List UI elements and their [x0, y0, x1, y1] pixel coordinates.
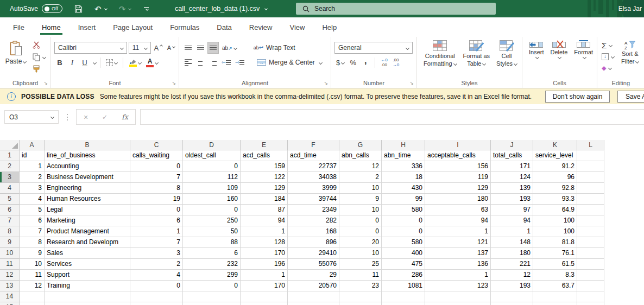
- autosave-control[interactable]: AutoSave Off: [10, 4, 62, 13]
- cell-J15[interactable]: [491, 302, 533, 305]
- borders-button[interactable]: [104, 56, 119, 68]
- cell-E13[interactable]: 170: [241, 281, 288, 291]
- increase-decimal-button[interactable]: ←0.00: [379, 58, 389, 67]
- currency-button[interactable]: $: [334, 56, 346, 68]
- cell-E4[interactable]: 129: [241, 183, 288, 194]
- cell-G4[interactable]: 10: [339, 183, 382, 194]
- cell-A9[interactable]: 8: [20, 237, 45, 248]
- row-header-3[interactable]: 3: [0, 172, 20, 183]
- cell-J11[interactable]: 221: [491, 259, 533, 270]
- cell-F3[interactable]: 34038: [288, 172, 339, 183]
- redo-button[interactable]: ↷: [119, 5, 131, 13]
- cell-styles-button[interactable]: Cell Styles: [493, 40, 520, 78]
- insert-function-button[interactable]: fx: [122, 113, 128, 121]
- cell-F15[interactable]: [288, 302, 339, 305]
- font-size-select[interactable]: 11: [129, 42, 151, 54]
- row-header-14[interactable]: 14: [0, 291, 20, 302]
- cell-D4[interactable]: 109: [183, 183, 241, 194]
- cell-B9[interactable]: Research and Developm: [45, 237, 130, 248]
- cell-J10[interactable]: 180: [491, 248, 533, 259]
- cell-D7[interactable]: 250: [183, 215, 241, 226]
- cell-F4[interactable]: 3999: [288, 183, 339, 194]
- cell-H14[interactable]: [382, 291, 425, 302]
- row-header-6[interactable]: 6: [0, 205, 20, 215]
- cell-A3[interactable]: 2: [20, 172, 45, 183]
- column-header-E[interactable]: E: [241, 140, 288, 150]
- cell-J14[interactable]: [491, 291, 533, 302]
- cell-E7[interactable]: 94: [241, 215, 288, 226]
- document-title[interactable]: call_center_lob_data (1).csv: [175, 0, 267, 17]
- column-header-K[interactable]: K: [533, 140, 577, 150]
- column-header-F[interactable]: F: [288, 140, 339, 150]
- column-header-B[interactable]: B: [45, 140, 130, 150]
- paste-dropdown-icon[interactable]: [23, 59, 27, 63]
- cell-H4[interactable]: 430: [382, 183, 425, 194]
- cell-I13[interactable]: 123: [425, 281, 491, 291]
- cell-G1[interactable]: abn_calls: [339, 150, 382, 161]
- cell-A4[interactable]: 3: [20, 183, 45, 194]
- align-middle-button[interactable]: [195, 42, 206, 54]
- cell-B2[interactable]: Accounting: [45, 161, 130, 172]
- increase-font-button[interactable]: A: [153, 42, 164, 54]
- merge-center-button[interactable]: ↔ Merge & Center: [257, 59, 322, 66]
- autosave-toggle[interactable]: Off: [42, 4, 62, 13]
- cell-E12[interactable]: 1: [241, 270, 288, 281]
- tab-home[interactable]: Home: [33, 17, 70, 37]
- cell-B8[interactable]: Product Management: [45, 226, 130, 237]
- cell-G15[interactable]: [339, 302, 382, 305]
- cell-E9[interactable]: 128: [241, 237, 288, 248]
- name-box[interactable]: O3: [4, 110, 59, 124]
- cell-F1[interactable]: acd_time: [288, 150, 339, 161]
- cancel-button[interactable]: ×: [84, 113, 88, 122]
- cell-C4[interactable]: 8: [130, 183, 183, 194]
- cell-H3[interactable]: 18: [382, 172, 425, 183]
- select-all-button[interactable]: [0, 140, 20, 150]
- cell-K12[interactable]: 8.3: [533, 270, 577, 281]
- cell-H6[interactable]: 580: [382, 205, 425, 215]
- cell-C3[interactable]: 7: [130, 172, 183, 183]
- row-header-11[interactable]: 11: [0, 259, 20, 270]
- cell-L6[interactable]: [577, 205, 604, 215]
- delete-cells-button[interactable]: Delete: [547, 40, 571, 78]
- cell-C5[interactable]: 19: [130, 194, 183, 205]
- cell-G13[interactable]: 23: [339, 281, 382, 291]
- cell-E3[interactable]: 122: [241, 172, 288, 183]
- cell-I14[interactable]: [425, 291, 491, 302]
- cell-H12[interactable]: 286: [382, 270, 425, 281]
- cell-F5[interactable]: 39744: [288, 194, 339, 205]
- cell-H2[interactable]: 336: [382, 161, 425, 172]
- row-header-2[interactable]: 2: [0, 161, 20, 172]
- tab-review[interactable]: Review: [241, 17, 281, 37]
- cell-B12[interactable]: Support: [45, 270, 130, 281]
- row-header-9[interactable]: 9: [0, 237, 20, 248]
- cell-J9[interactable]: 148: [491, 237, 533, 248]
- copy-button[interactable]: [31, 52, 47, 62]
- number-dialog-launcher[interactable]: ↘: [409, 81, 414, 86]
- font-name-select[interactable]: Calibri: [54, 42, 127, 54]
- cell-I4[interactable]: 129: [425, 183, 491, 194]
- cell-G12[interactable]: 11: [339, 270, 382, 281]
- cell-L5[interactable]: [577, 194, 604, 205]
- cell-C11[interactable]: 2: [130, 259, 183, 270]
- cell-E15[interactable]: [241, 302, 288, 305]
- cell-H11[interactable]: 475: [382, 259, 425, 270]
- cell-G6[interactable]: 10: [339, 205, 382, 215]
- column-header-L[interactable]: L: [577, 140, 604, 150]
- cell-B3[interactable]: Business Development: [45, 172, 130, 183]
- cell-D14[interactable]: [183, 291, 241, 302]
- cell-L12[interactable]: [577, 270, 604, 281]
- format-as-table-button[interactable]: Format as Table: [460, 40, 494, 78]
- cell-K9[interactable]: 81.8: [533, 237, 577, 248]
- save-as-button[interactable]: Save As...: [617, 91, 644, 103]
- font-dialog-launcher[interactable]: ↘: [172, 81, 176, 86]
- align-right-button[interactable]: [207, 56, 218, 68]
- cell-K6[interactable]: 64.9: [533, 205, 577, 215]
- number-format-select[interactable]: General: [334, 42, 413, 54]
- cell-K7[interactable]: 100: [533, 215, 577, 226]
- cell-D1[interactable]: oldest_call: [183, 150, 241, 161]
- cell-A12[interactable]: 11: [20, 270, 45, 281]
- cell-F12[interactable]: 29: [288, 270, 339, 281]
- cell-A1[interactable]: id: [20, 150, 45, 161]
- undo-button[interactable]: ↶: [94, 5, 107, 13]
- percent-button[interactable]: %: [348, 56, 358, 68]
